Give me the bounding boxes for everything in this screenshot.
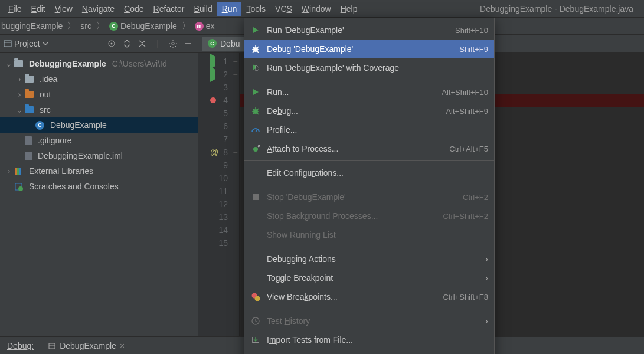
settings-icon[interactable] <box>167 38 179 50</box>
menu-build[interactable]: Build <box>189 2 217 16</box>
breadcrumb-separator: 〉 <box>182 21 190 31</box>
run-menu-popup: Run 'DebugExample'Shift+F10Debug 'DebugE… <box>244 18 495 354</box>
svg-rect-6 <box>15 168 17 175</box>
menu-window[interactable]: Window <box>297 2 336 16</box>
fold-cell[interactable] <box>231 94 239 107</box>
run-gutter-icon[interactable] <box>210 70 215 79</box>
menu-item[interactable]: Debug 'DebugExample'Shift+F9 <box>244 40 494 58</box>
menu-item[interactable]: View Breakpoints...Ctrl+Shift+F8 <box>244 287 494 306</box>
menu-item[interactable]: Run 'DebugExample' with Coverage <box>244 58 494 77</box>
fold-cell[interactable] <box>231 237 239 250</box>
gutter-row[interactable]: 4 <box>198 94 231 107</box>
debug-label[interactable]: Debug: <box>2 339 38 353</box>
menu-item[interactable]: Run 'DebugExample'Shift+F10 <box>244 21 494 40</box>
fold-cell[interactable] <box>231 133 239 146</box>
tree-item[interactable]: ›External Libraries <box>0 163 198 179</box>
expand-arrow-icon[interactable]: ⌄ <box>5 59 13 68</box>
fold-cell[interactable] <box>231 224 239 237</box>
menu-navigate[interactable]: Navigate <box>77 2 119 16</box>
locate-icon[interactable] <box>106 38 117 50</box>
collapse-all-icon[interactable] <box>136 38 148 50</box>
menu-help[interactable]: Help <box>336 2 362 16</box>
gutter-row[interactable]: 5 <box>198 107 231 120</box>
menu-item[interactable]: Edit Configurations... <box>244 163 494 182</box>
menu-vcs[interactable]: VCS <box>270 2 297 16</box>
tree-item[interactable]: .gitignore <box>0 133 198 148</box>
gutter-row[interactable]: 14 <box>198 224 231 237</box>
expand-arrow-icon[interactable]: › <box>15 90 24 99</box>
fold-cell[interactable] <box>231 120 239 133</box>
tree-item-label: .idea <box>40 74 57 84</box>
fold-cell[interactable] <box>231 172 239 185</box>
gutter-row[interactable]: 9 <box>198 159 231 172</box>
menu-item-label: Import Tests from File... <box>267 335 488 345</box>
gutter-row[interactable]: 12 <box>198 198 231 211</box>
menu-edit[interactable]: Edit <box>27 2 50 16</box>
svg-line-27 <box>253 113 254 114</box>
tree-item[interactable]: ›out <box>0 87 198 102</box>
breadcrumb-item[interactable]: mex <box>194 21 216 31</box>
expand-arrow-icon[interactable]: › <box>15 74 24 84</box>
tree-item[interactable]: ⌄src <box>0 102 198 117</box>
menu-separator <box>244 247 494 247</box>
gutter-row[interactable]: 3 <box>198 81 231 94</box>
menu-separator <box>244 160 494 161</box>
menu-view[interactable]: View <box>50 2 77 16</box>
tree-item[interactable]: CDebugExample <box>0 117 198 133</box>
editor-tab[interactable]: C Debu <box>202 37 246 51</box>
gutter-row[interactable]: 6 <box>198 120 231 133</box>
fold-cell[interactable]: − <box>231 146 239 159</box>
fold-cell[interactable]: − <box>231 68 239 81</box>
expand-arrow-icon[interactable]: › <box>5 166 13 176</box>
gutter-row[interactable]: 15 <box>198 237 231 250</box>
tree-item[interactable]: ⌄DebuggingExampleC:\Users\Avi\Id <box>0 56 198 71</box>
expand-arrow-icon[interactable]: ⌄ <box>15 105 24 114</box>
debug-tab-label: DebugExample <box>60 341 116 350</box>
breadcrumb-item[interactable]: CDebugExample <box>108 21 178 31</box>
tree-item[interactable]: DebuggingExample.iml <box>0 148 198 163</box>
fold-cell[interactable] <box>231 211 239 224</box>
fold-cell[interactable] <box>231 159 239 172</box>
menu-item[interactable]: Toggle Breakpoint› <box>244 268 494 287</box>
hide-icon[interactable] <box>182 38 194 50</box>
tree-item[interactable]: ›.idea <box>0 71 198 87</box>
menu-refactor[interactable]: Refactor <box>149 2 189 16</box>
tree-item[interactable]: Scratches and Consoles <box>0 179 198 194</box>
fold-cell[interactable] <box>231 198 239 211</box>
menu-file[interactable]: File <box>4 2 27 16</box>
menu-code[interactable]: Code <box>119 2 148 16</box>
gutter-row[interactable]: 10 <box>198 172 231 185</box>
fold-cell[interactable] <box>231 185 239 198</box>
breadcrumb-item[interactable]: src <box>79 21 93 31</box>
menu-item-label: Toggle Breakpoint <box>267 273 479 283</box>
expand-all-icon[interactable] <box>121 38 133 50</box>
fold-cell[interactable] <box>231 107 239 120</box>
fold-cell[interactable]: − <box>231 55 239 68</box>
debug-config-icon <box>48 342 56 350</box>
menu-item[interactable]: Debug...Alt+Shift+F9 <box>244 101 494 120</box>
tab-label: Debu <box>220 39 240 48</box>
menu-item[interactable]: Import Tests from File... <box>244 330 494 349</box>
gutter-row[interactable]: 1 <box>198 55 231 68</box>
menu-item-shortcut: Ctrl+Alt+F5 <box>449 145 488 153</box>
close-icon[interactable]: × <box>120 341 125 350</box>
gutter-row[interactable]: 11 <box>198 185 231 198</box>
breadcrumb-item[interactable]: buggingExample <box>0 21 64 31</box>
menu-item[interactable]: Profile... <box>244 120 494 139</box>
menu-item-shortcut: Alt+Shift+F9 <box>446 107 488 116</box>
debug-tab[interactable]: DebugExample × <box>43 339 129 353</box>
gutter-row[interactable]: @8 <box>198 146 231 159</box>
menu-item[interactable]: Debugging Actions› <box>244 250 494 268</box>
menu-tools[interactable]: Tools <box>241 2 270 16</box>
menu-item[interactable]: Run...Alt+Shift+F10 <box>244 83 494 101</box>
breakpoint-icon[interactable] <box>210 97 216 103</box>
gutter-row[interactable]: 2 <box>198 68 231 81</box>
run-gutter-icon[interactable] <box>210 57 215 66</box>
project-title[interactable]: Project <box>4 39 48 48</box>
menu-run[interactable]: Run <box>217 2 242 16</box>
menu-item[interactable]: Attach to Process...Ctrl+Alt+F5 <box>244 139 494 158</box>
gutter-row[interactable]: 13 <box>198 211 231 224</box>
gutter-row[interactable]: 7 <box>198 133 231 146</box>
fold-cell[interactable] <box>231 81 239 94</box>
breadcrumb-separator: 〉 <box>96 21 104 31</box>
